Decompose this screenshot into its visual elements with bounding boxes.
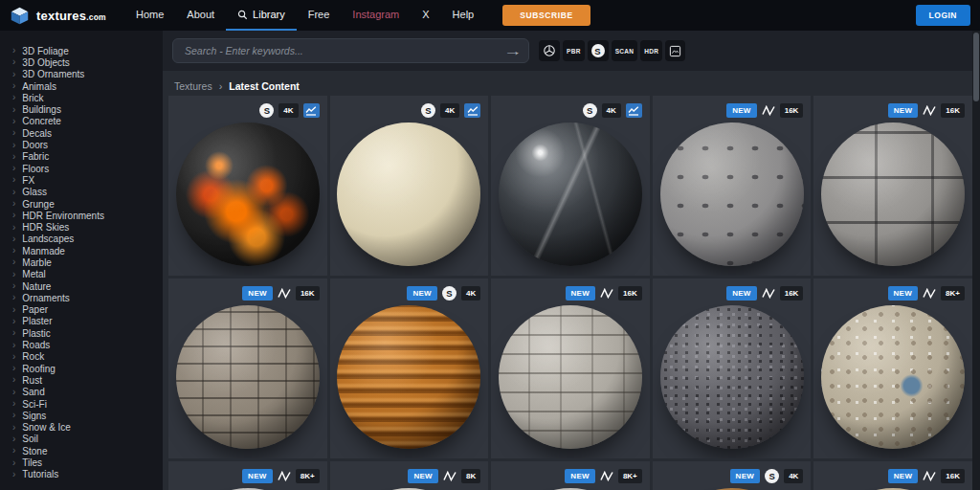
sidebar-item-rock[interactable]: ›Rock xyxy=(0,351,163,363)
login-button[interactable]: LOGIN xyxy=(916,5,970,26)
sidebar-item-concrete[interactable]: ›Concrete xyxy=(0,116,163,127)
texture-card-stone-blocks[interactable]: NEW16K xyxy=(813,96,972,276)
trend-chart-icon xyxy=(467,106,479,116)
sidebar-item-sand[interactable]: ›Sand xyxy=(0,387,163,398)
sidebar-item-sci-fi[interactable]: ›Sci-Fi xyxy=(0,398,163,410)
scrollbar-thumb[interactable] xyxy=(973,33,979,101)
filter-substance-icon[interactable]: S xyxy=(588,40,609,61)
sidebar-item-landscapes[interactable]: ›Landscapes xyxy=(0,234,163,245)
sidebar-item-tiles[interactable]: ›Tiles xyxy=(0,457,163,468)
sidebar-item-label: Landscapes xyxy=(22,234,74,244)
sidebar-item-floors[interactable]: ›Floors xyxy=(0,163,163,174)
chevron-right-icon: › xyxy=(12,293,15,302)
nav-item-about[interactable]: About xyxy=(175,0,226,31)
texture-card-stucco-light[interactable]: NEW8K xyxy=(330,461,489,490)
sidebar-item-3d-foliage[interactable]: ›3D Foliage xyxy=(0,45,163,56)
texture-card-clay-coils[interactable]: NEWS4K xyxy=(330,278,489,458)
search-bar[interactable]: → xyxy=(172,38,529,63)
image-export-icon xyxy=(669,45,681,57)
brand-logo[interactable]: textures.com xyxy=(0,0,117,31)
card-badges: NEW8K xyxy=(408,469,480,483)
sidebar-item-3d-objects[interactable]: ›3D Objects xyxy=(0,56,163,68)
sidebar-item-label: Sci-Fi xyxy=(22,399,47,410)
substance-icon: S xyxy=(591,44,605,57)
sidebar-item-nature[interactable]: ›Nature xyxy=(0,280,163,292)
sidebar-item-roofing[interactable]: ›Roofing xyxy=(0,363,163,374)
sidebar-item-label: Rock xyxy=(22,351,44,362)
sidebar-item-paper[interactable]: ›Paper xyxy=(0,304,163,316)
texture-sphere-black-marble xyxy=(499,122,642,266)
search-submit-arrow-icon[interactable]: → xyxy=(503,44,523,58)
sidebar-item-rust[interactable]: ›Rust xyxy=(0,374,163,386)
sidebar-item-grunge[interactable]: ›Grunge xyxy=(0,198,163,210)
sidebar-item-label: Animals xyxy=(22,81,56,92)
sidebar-item-soil[interactable]: ›Soil xyxy=(0,434,163,445)
texture-card-dimpled-concrete[interactable]: NEW16K xyxy=(653,96,812,276)
nav-item-home[interactable]: Home xyxy=(124,0,175,31)
nav-item-help[interactable]: Help xyxy=(441,0,486,31)
sidebar-item-marble[interactable]: ›Marble xyxy=(0,256,163,268)
search-input[interactable] xyxy=(183,44,506,57)
sidebar-item-stone[interactable]: ›Stone xyxy=(0,445,163,457)
texture-card-white-bricks[interactable]: NEW16K xyxy=(491,278,650,458)
nav-item-library[interactable]: Library xyxy=(226,0,297,31)
texture-card-lava-rock[interactable]: S4K xyxy=(168,96,327,276)
sidebar-item-fx[interactable]: ›FX xyxy=(0,174,163,186)
chevron-right-icon: › xyxy=(12,57,15,67)
texture-card-gravel[interactable]: NEW16K xyxy=(653,278,812,458)
chevron-right-icon: › xyxy=(12,423,15,433)
filter-image-export-icon[interactable] xyxy=(665,40,685,61)
filter-material-ball-icon[interactable] xyxy=(539,40,560,61)
sidebar-item-hdr-skies[interactable]: ›HDR Skies xyxy=(0,221,163,233)
texture-card-plaster-light[interactable]: NEW8K+ xyxy=(168,461,327,490)
chevron-right-icon: › xyxy=(12,352,15,362)
sidebar-item-roads[interactable]: ›Roads xyxy=(0,339,163,350)
subscribe-button[interactable]: SUBSCRIBE xyxy=(502,5,590,26)
nav-item-x[interactable]: X xyxy=(411,0,440,31)
texture-card-black-marble[interactable]: S4K xyxy=(491,96,650,276)
texture-sphere-stone-blocks xyxy=(821,122,965,266)
sidebar-item-signs[interactable]: ›Signs xyxy=(0,410,163,421)
sidebar-item-brick[interactable]: ›Brick xyxy=(0,92,163,103)
texture-sphere-travertine-cream xyxy=(337,122,480,266)
substance-icon: S xyxy=(259,103,274,118)
resolution-badge: 8K+ xyxy=(941,286,965,301)
filter-scan-filter[interactable]: SCAN xyxy=(612,40,638,61)
texture-card-stone-light[interactable]: NEW8K+ xyxy=(491,461,650,490)
page-scrollbar[interactable] xyxy=(972,31,980,490)
chevron-right-icon: › xyxy=(12,257,15,267)
texture-card-cobble-bricks[interactable]: NEW16K xyxy=(168,278,327,458)
sidebar-item-glass[interactable]: ›Glass xyxy=(0,187,163,198)
sidebar-item-plaster[interactable]: ›Plaster xyxy=(0,316,163,327)
filter-hdr-filter[interactable]: HDR xyxy=(640,40,662,61)
sidebar-item-doors[interactable]: ›Doors xyxy=(0,139,163,150)
sidebar-item-decals[interactable]: ›Decals xyxy=(0,127,163,139)
sidebar-item-plastic[interactable]: ›Plastic xyxy=(0,327,163,339)
chevron-right-icon: › xyxy=(12,234,15,244)
sidebar-item-manmade[interactable]: ›Manmade xyxy=(0,245,163,256)
chevron-right-icon: › xyxy=(12,223,15,233)
new-badge: NEW xyxy=(407,286,437,301)
sidebar-item-hdr-environments[interactable]: ›HDR Environments xyxy=(0,210,163,221)
texture-card-wood-brown[interactable]: NEWS4K xyxy=(653,461,812,490)
texture-card-pebble-terrazzo[interactable]: NEW8K+ xyxy=(813,278,972,458)
sidebar-item-buildings[interactable]: ›Buildings xyxy=(0,103,163,115)
new-badge: NEW xyxy=(566,286,596,301)
texture-card-pebbles-tan[interactable]: NEW16K xyxy=(813,461,972,490)
nav-item-free[interactable]: Free xyxy=(297,0,342,31)
sidebar-item-fabric[interactable]: ›Fabric xyxy=(0,151,163,163)
texture-card-travertine-cream[interactable]: S4K xyxy=(330,96,489,276)
card-badges: NEW8K+ xyxy=(242,469,319,483)
displacement-zigzag-icon xyxy=(278,471,291,481)
sidebar-item-animals[interactable]: ›Animals xyxy=(0,80,163,92)
resolution-badge: 16K xyxy=(941,103,965,118)
sidebar-item-snow-ice[interactable]: ›Snow & Ice xyxy=(0,422,163,434)
breadcrumb-textures-link[interactable]: Textures xyxy=(174,80,212,92)
nav-item-instagram[interactable]: Instagram xyxy=(341,0,411,31)
filter-pbr-filter[interactable]: PBR xyxy=(563,40,585,61)
card-badges: NEW16K xyxy=(726,286,803,301)
sidebar-item-tutorials[interactable]: ›Tutorials xyxy=(0,469,163,480)
sidebar-item-3d-ornaments[interactable]: ›3D Ornaments xyxy=(0,69,163,80)
sidebar-item-metal[interactable]: ›Metal xyxy=(0,269,163,280)
sidebar-item-ornaments[interactable]: ›Ornaments xyxy=(0,292,163,303)
